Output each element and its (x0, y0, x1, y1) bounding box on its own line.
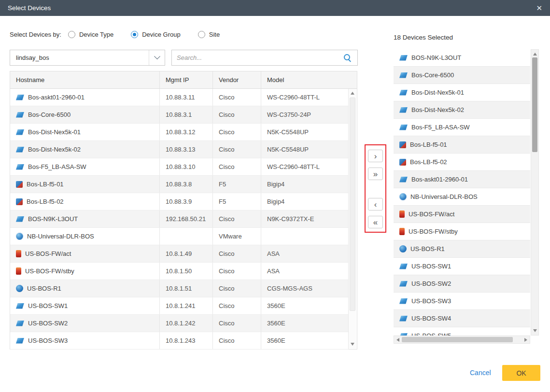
scroll-up-arrow-icon[interactable] (351, 92, 354, 95)
model-cell: 3560E (261, 315, 349, 332)
hostname-text: Bos-Core-6500 (28, 111, 71, 118)
scrollbar-thumb[interactable] (402, 337, 513, 342)
selected-device-row[interactable]: US-BOS-R1 (394, 240, 530, 258)
table-row[interactable]: US-BOS-FW/act 10.8.1.49 Cisco ASA (10, 245, 349, 263)
selected-device-label: US-BOS-FW/stby (409, 228, 458, 235)
vendor-cell: Cisco (213, 263, 261, 280)
lb-device-icon (16, 198, 23, 205)
vendor-cell: Cisco (213, 158, 261, 175)
selected-device-row[interactable]: Bos-F5_LB-ASA-SW (394, 119, 530, 136)
selected-device-label: Bos-askt01-2960-01 (411, 176, 468, 183)
selected-device-label: US-BOS-SW3 (411, 297, 451, 305)
selected-device-row[interactable]: US-BOS-SW1 (394, 258, 530, 275)
selected-count-label: 18 Devices Selected (394, 34, 453, 41)
move-all-left-button[interactable]: « (368, 216, 383, 228)
vendor-cell: Cisco (213, 280, 261, 297)
scroll-down-arrow-icon[interactable] (533, 329, 537, 332)
move-all-right-button[interactable]: » (368, 168, 383, 180)
hostname-text: US-BOS-SW2 (28, 320, 68, 327)
switch-device-icon (16, 95, 24, 100)
filter-row: Select Devices by: Device Type Device Gr… (10, 31, 220, 38)
hostname-text: Bos-askt01-2960-01 (28, 94, 85, 101)
ok-button[interactable]: OK (502, 365, 540, 381)
selected-device-row[interactable]: US-BOS-SW3 (394, 293, 530, 310)
table-row[interactable]: Bos-Core-6500 10.88.3.1 Cisco WS-C3750-2… (10, 106, 349, 124)
close-icon[interactable]: ✕ (536, 4, 542, 13)
table-row[interactable]: US-BOS-SW3 10.8.1.243 Cisco 3560E (10, 332, 349, 350)
radio-device-group[interactable]: Device Group (131, 31, 180, 38)
selected-device-row[interactable]: Bos-Dist-Nex5k-01 (394, 84, 530, 101)
selected-device-row[interactable]: Bos-LB-f5-01 (394, 136, 530, 154)
selected-device-row[interactable]: US-BOS-SW2 (394, 275, 530, 293)
mgmt-ip-cell: 10.88.3.8 (160, 176, 213, 193)
move-selected-left-button[interactable]: ‹ (368, 198, 383, 210)
selected-device-label: BOS-N9K-L3OUT (411, 54, 461, 61)
switch-device-icon (399, 177, 408, 182)
radio-site[interactable]: Site (198, 31, 220, 38)
switch-device-icon (399, 125, 408, 130)
device-group-dropdown[interactable]: lindsay_bos (10, 50, 165, 66)
table-row[interactable]: US-BOS-FW/stby 10.8.1.50 Cisco ASA (10, 263, 349, 280)
table-row[interactable]: Bos-Dist-Nex5k-01 10.88.3.12 Cisco N5K-C… (10, 124, 349, 141)
scroll-down-arrow-icon[interactable] (351, 343, 354, 346)
vendor-cell: Cisco (213, 124, 261, 140)
vm-device-icon (399, 193, 407, 200)
selected-vertical-scrollbar[interactable] (531, 49, 539, 336)
cancel-button[interactable]: Cancel (470, 369, 491, 377)
column-header-mgmt-ip: Mgmt IP (160, 71, 213, 88)
search-input[interactable] (172, 54, 343, 61)
column-header-hostname: Hostname (10, 71, 160, 88)
hostname-cell: US-BOS-SW3 (10, 332, 160, 349)
lb-device-icon (399, 141, 406, 148)
scroll-right-arrow-icon[interactable] (524, 338, 527, 342)
vendor-cell: Cisco (213, 210, 261, 227)
table-row[interactable]: US-BOS-SW2 10.8.1.242 Cisco 3560E (10, 315, 349, 332)
selected-device-row[interactable]: US-BOS-FW/act (394, 206, 530, 223)
model-cell: WS-C3750-24P (261, 106, 349, 123)
move-selected-right-button[interactable]: › (368, 150, 383, 162)
table-row[interactable]: Bos-F5_LB-ASA-SW 10.88.3.10 Cisco WS-C29… (10, 158, 349, 176)
search-icon[interactable] (343, 54, 352, 62)
scroll-up-arrow-icon[interactable] (533, 53, 537, 56)
table-row[interactable]: Bos-askt01-2960-01 10.88.3.11 Cisco WS-C… (10, 89, 349, 106)
hostname-cell: US-BOS-R1 (10, 280, 160, 297)
selected-device-row[interactable]: Bos-LB-f5-02 (394, 154, 530, 171)
table-row[interactable]: Bos-Dist-Nex5k-02 10.88.3.13 Cisco N5K-C… (10, 141, 349, 158)
selected-device-row[interactable]: Bos-askt01-2960-01 (394, 171, 530, 188)
scrollbar-thumb[interactable] (350, 98, 355, 311)
table-row[interactable]: Bos-LB-f5-02 10.88.3.9 F5 Bigip4 (10, 193, 349, 210)
selected-device-row[interactable]: US-BOS-SW4 (394, 310, 530, 327)
scrollbar-thumb[interactable] (532, 57, 537, 152)
model-cell: 3560E (261, 332, 349, 349)
hostname-cell: Bos-F5_LB-ASA-SW (10, 158, 160, 175)
selected-horizontal-scrollbar[interactable] (394, 336, 530, 344)
selected-device-label: US-BOS-SW5 (411, 332, 451, 336)
hostname-cell: US-BOS-SW2 (10, 315, 160, 332)
selected-device-row[interactable]: Bos-Core-6500 (394, 67, 530, 84)
model-cell: Bigip4 (261, 176, 349, 193)
router-device-icon (399, 245, 407, 252)
table-row[interactable]: US-BOS-R1 10.8.1.51 Cisco CGS-MGS-AGS (10, 280, 349, 297)
radio-label: Device Group (142, 31, 180, 38)
table-row[interactable]: Bos-LB-f5-01 10.88.3.8 F5 Bigip4 (10, 176, 349, 193)
selected-device-row[interactable]: BOS-N9K-L3OUT (394, 49, 530, 67)
selected-panel: BOS-N9K-L3OUT Bos-Core-6500 Bos-Dist-Nex… (394, 49, 539, 344)
model-cell: CGS-MGS-AGS (261, 280, 349, 297)
vendor-cell: Cisco (213, 245, 261, 262)
table-row[interactable]: NB-Universal-DLR-BOS VMware (10, 228, 349, 245)
table-vertical-scrollbar[interactable] (348, 89, 356, 349)
table-row[interactable]: BOS-N9K-L3OUT 192.168.50.21 Cisco N9K-C9… (10, 210, 349, 228)
hostname-text: US-BOS-FW/stby (25, 267, 74, 275)
selected-device-row[interactable]: US-BOS-SW5 (394, 327, 530, 336)
selected-device-label: Bos-Dist-Nex5k-02 (411, 106, 464, 113)
radio-device-type[interactable]: Device Type (68, 31, 113, 38)
vendor-cell: Cisco (213, 332, 261, 349)
table-row[interactable]: US-BOS-SW1 10.8.1.241 Cisco 3560E (10, 297, 349, 315)
selected-device-row[interactable]: Bos-Dist-Nex5k-02 (394, 101, 530, 119)
model-cell (261, 228, 349, 245)
hostname-text: BOS-N9K-L3OUT (28, 215, 78, 223)
selected-device-row[interactable]: US-BOS-FW/stby (394, 223, 530, 240)
scroll-left-arrow-icon[interactable] (396, 338, 399, 342)
vm-device-icon (16, 233, 23, 240)
selected-device-row[interactable]: NB-Universal-DLR-BOS (394, 188, 530, 206)
